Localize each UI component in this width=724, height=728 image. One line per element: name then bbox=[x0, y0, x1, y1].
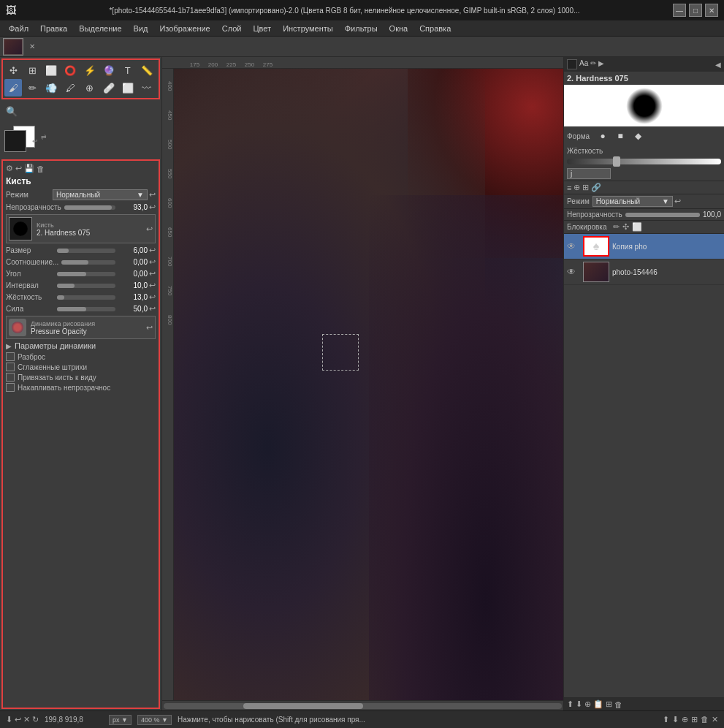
status-unit-select[interactable]: px ▼ bbox=[109, 715, 132, 725]
tool-select-ellipse[interactable]: ⭕ bbox=[61, 61, 79, 79]
status-right-icon-3[interactable]: ⊕ bbox=[682, 715, 688, 724]
layers-bottom-icon-2[interactable]: ⬇ bbox=[576, 699, 582, 709]
scatter-checkbox[interactable] bbox=[6, 352, 15, 361]
hscroll-thumb[interactable] bbox=[243, 703, 363, 709]
force-reset-icon[interactable]: ↩ bbox=[149, 304, 156, 314]
dynamics-icon[interactable] bbox=[9, 319, 26, 336]
accumulate-checkbox[interactable] bbox=[6, 383, 15, 392]
ratio-slider[interactable] bbox=[61, 260, 115, 265]
layers-mode-reset-icon[interactable]: ↩ bbox=[674, 197, 681, 206]
angle-slider[interactable] bbox=[57, 272, 115, 276]
tool-select-fuzzy[interactable]: 🔮 bbox=[100, 61, 118, 79]
window-controls[interactable]: — □ ✕ bbox=[673, 4, 718, 17]
tool-pencil[interactable]: ✏ bbox=[23, 79, 41, 96]
panel-edit-icon[interactable]: ✏ bbox=[590, 59, 596, 69]
tool-ink[interactable]: 🖊 bbox=[61, 79, 79, 96]
hardness-slider-right[interactable] bbox=[567, 159, 721, 164]
menu-color[interactable]: Цвет bbox=[247, 23, 277, 34]
brush-reset-icon[interactable]: ↩ bbox=[146, 224, 153, 234]
status-right-icon-1[interactable]: ⬆ bbox=[663, 715, 669, 724]
attach-checkbox[interactable] bbox=[6, 373, 15, 382]
document-thumbnail[interactable] bbox=[3, 38, 23, 56]
swap-colors-icon[interactable]: ⇄ bbox=[41, 133, 47, 140]
tool-align[interactable]: ⊞ bbox=[23, 61, 41, 79]
shape-diamond-btn[interactable]: ◆ bbox=[630, 129, 645, 143]
layer-2-visibility-icon[interactable]: 👁 bbox=[567, 267, 580, 277]
maximize-button[interactable]: □ bbox=[689, 4, 702, 17]
minimize-button[interactable]: — bbox=[673, 4, 686, 17]
lock-move-icon[interactable]: ✣ bbox=[622, 222, 629, 232]
menu-image[interactable]: Изображение bbox=[153, 23, 216, 34]
tool-zoom[interactable]: 🔍 bbox=[3, 102, 20, 120]
lock-alpha-icon[interactable]: ⬜ bbox=[632, 222, 642, 232]
mode-select[interactable]: Нормальный ▼ bbox=[53, 189, 148, 200]
layers-icon-1[interactable]: ≡ bbox=[567, 183, 571, 192]
opacity-reset-icon[interactable]: ↩ bbox=[149, 202, 156, 212]
options-icon-3[interactable]: 💾 bbox=[24, 164, 34, 173]
menu-help[interactable]: Справка bbox=[414, 23, 457, 34]
size-slider[interactable] bbox=[57, 249, 115, 253]
panel-color-icon[interactable] bbox=[567, 59, 577, 69]
status-right-icon-4[interactable]: ⊞ bbox=[691, 715, 698, 724]
foreground-color[interactable] bbox=[4, 130, 26, 152]
tool-smudge[interactable]: 〰 bbox=[138, 79, 156, 96]
layers-bottom-icon-1[interactable]: ⬆ bbox=[567, 699, 574, 709]
panel-close-icon[interactable]: ◀ bbox=[715, 61, 721, 69]
shape-square-btn[interactable]: ■ bbox=[613, 129, 628, 143]
layers-icon-2[interactable]: ⊕ bbox=[574, 183, 580, 192]
brush-icon[interactable] bbox=[9, 217, 32, 240]
interval-reset-icon[interactable]: ↩ bbox=[149, 281, 156, 290]
layers-bottom-icon-delete[interactable]: 🗑 bbox=[614, 700, 622, 709]
tool-text[interactable]: T bbox=[119, 61, 137, 79]
status-right-icon-2[interactable]: ⬇ bbox=[672, 715, 679, 724]
lock-pixels-icon[interactable]: ✏ bbox=[613, 222, 620, 232]
layers-bottom-icon-4[interactable]: 📋 bbox=[593, 699, 603, 709]
status-icon-revert[interactable]: ↻ bbox=[32, 715, 39, 724]
hardness-slider[interactable] bbox=[57, 295, 115, 300]
interval-slider[interactable] bbox=[57, 284, 115, 288]
panel-settings-icon[interactable]: ▶ bbox=[598, 59, 604, 69]
options-icon-2[interactable]: ↩ bbox=[15, 164, 22, 173]
reset-colors-icon[interactable]: ↩ bbox=[32, 137, 38, 145]
tool-move[interactable]: ✣ bbox=[4, 61, 22, 79]
panel-aa-icon[interactable]: Aa bbox=[579, 59, 588, 69]
menu-selection[interactable]: Выделение bbox=[73, 23, 127, 34]
status-right-icon-5[interactable]: 🗑 bbox=[701, 715, 709, 724]
menu-edit[interactable]: Правка bbox=[34, 23, 73, 34]
force-slider[interactable] bbox=[57, 307, 115, 311]
menu-windows[interactable]: Окна bbox=[384, 23, 414, 34]
options-icon-1[interactable]: ⚙ bbox=[6, 164, 13, 173]
menu-file[interactable]: Файл bbox=[3, 23, 34, 34]
layers-bottom-icon-5[interactable]: ⊞ bbox=[606, 699, 612, 709]
tool-airbrush[interactable]: 💨 bbox=[42, 79, 60, 96]
options-icon-delete[interactable]: 🗑 bbox=[37, 164, 45, 173]
status-zoom-select[interactable]: 400 % ▼ bbox=[137, 715, 172, 725]
tool-clone[interactable]: ⊕ bbox=[81, 79, 99, 96]
hardness-thumb[interactable] bbox=[613, 156, 620, 167]
status-icon-refresh[interactable]: ↩ bbox=[15, 715, 21, 724]
layers-opacity-slider[interactable] bbox=[625, 213, 700, 217]
brush-value-input[interactable]: j bbox=[567, 168, 611, 179]
angle-reset-icon[interactable]: ↩ bbox=[149, 269, 156, 278]
tool-paintbrush[interactable]: 🖌 bbox=[4, 79, 22, 96]
toolbar-close-icon[interactable]: ✕ bbox=[29, 42, 35, 50]
layers-mode-select[interactable]: Нормальный ▼ bbox=[592, 196, 673, 207]
params-row[interactable]: ▶ Параметры динамики bbox=[6, 341, 156, 350]
tool-select-rect[interactable]: ⬜ bbox=[42, 61, 60, 79]
layer-row-1[interactable]: 👁 ♠ Копия pho bbox=[564, 234, 724, 259]
tool-heal[interactable]: 🩹 bbox=[100, 79, 118, 96]
menu-view[interactable]: Вид bbox=[128, 23, 154, 34]
shape-circle-btn[interactable]: ● bbox=[595, 129, 610, 143]
dynamics-reset-icon[interactable]: ↩ bbox=[146, 323, 153, 333]
status-right-icon-6[interactable]: ✕ bbox=[712, 715, 718, 724]
color-selector[interactable]: ↩ ⇄ bbox=[0, 121, 161, 158]
tool-select-free[interactable]: ⚡ bbox=[81, 61, 99, 79]
opacity-slider[interactable] bbox=[64, 205, 115, 210]
status-icon-download[interactable]: ⬇ bbox=[6, 715, 12, 724]
hscroll-track[interactable] bbox=[164, 703, 562, 709]
size-reset-icon[interactable]: ↩ bbox=[149, 246, 156, 255]
hardness-reset-icon[interactable]: ↩ bbox=[149, 292, 156, 302]
tool-measure[interactable]: 📏 bbox=[138, 61, 156, 79]
menu-filters[interactable]: Фильтры bbox=[339, 23, 384, 34]
canvas-hscroll[interactable] bbox=[162, 700, 563, 710]
